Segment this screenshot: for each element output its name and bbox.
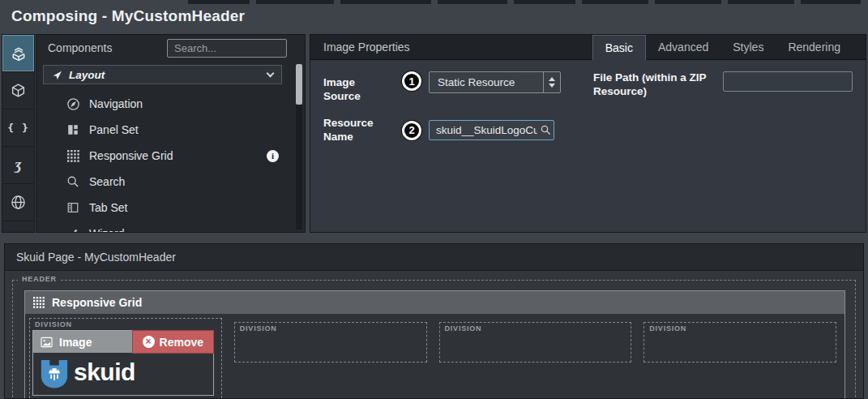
- rail-tab-components[interactable]: [2, 35, 34, 72]
- file-path-label: File Path (within a ZIP Resource): [593, 71, 716, 99]
- left-icon-rail: { } ʒ: [2, 34, 35, 233]
- compass-icon: [66, 97, 80, 111]
- component-item-wizard[interactable]: Wizard: [36, 221, 305, 233]
- toolbar-button-sliver: [582, 0, 648, 4]
- toolbar-top-strip: [0, 0, 868, 4]
- division-label: DIVISION: [445, 324, 482, 332]
- header-region-label: HEADER: [18, 275, 61, 283]
- skuid-logo-text: skuid: [74, 358, 135, 386]
- tab-advanced[interactable]: Advanced: [646, 35, 720, 60]
- layout-group-header[interactable]: Layout: [43, 65, 282, 84]
- responsive-grid-body: DIVISION Image ×: [25, 314, 844, 399]
- properties-tabs: Basic Advanced Styles Rendering: [592, 35, 853, 60]
- image-source-select[interactable]: Static Resource: [429, 71, 561, 93]
- css-icon: ʒ: [15, 157, 21, 174]
- division-1[interactable]: DIVISION Image ×: [29, 318, 222, 399]
- rail-tab-models[interactable]: [2, 72, 34, 109]
- grid-icon: [66, 150, 80, 162]
- component-item-search[interactable]: Search: [36, 169, 305, 195]
- image-source-label: Image Source: [323, 71, 395, 104]
- scrollbar-thumb[interactable]: [296, 64, 302, 105]
- toolbar-button-sliver: [728, 0, 794, 4]
- grid-icon: [33, 297, 45, 308]
- picture-icon: [41, 337, 53, 348]
- division-2[interactable]: DIVISION: [234, 322, 427, 363]
- rail-tab-javascript[interactable]: { }: [2, 109, 34, 147]
- toolbar-button-sliver: [438, 0, 507, 4]
- skuid-logo-icon: [39, 359, 70, 389]
- step-badge-1: 1: [402, 71, 421, 91]
- component-item-label: Wizard: [89, 227, 125, 233]
- select-stepper-icon[interactable]: [543, 72, 560, 92]
- toolbar-button-sliver: [514, 0, 575, 4]
- rocket-icon: [52, 70, 62, 80]
- component-item-label: Panel Set: [89, 123, 139, 136]
- toolbar-button-sliver: [256, 0, 334, 4]
- components-panel-title: Components: [48, 41, 112, 54]
- curly-braces-icon: { }: [7, 122, 28, 134]
- responsive-grid-header[interactable]: Responsive Grid: [25, 291, 844, 314]
- page-title: Composing - MyCustomHeader: [11, 7, 245, 25]
- file-path-input[interactable]: [723, 71, 853, 92]
- header-region[interactable]: HEADER Responsive Grid DI: [12, 280, 856, 399]
- components-list: Navigation Panel Set Responsive Grid i: [36, 84, 305, 233]
- toolbar-button-sliver: [801, 0, 861, 4]
- cube-icon: [11, 83, 26, 98]
- resource-name-label: Resource Name: [323, 117, 395, 144]
- component-box-icon: [11, 45, 27, 62]
- search-icon: [66, 175, 80, 188]
- division-3[interactable]: DIVISION: [439, 322, 632, 363]
- responsive-grid-component[interactable]: Responsive Grid DIVISION Image: [24, 290, 845, 399]
- component-item-tab-set[interactable]: Tab Set: [36, 195, 305, 221]
- division-label: DIVISION: [35, 320, 72, 328]
- remove-button-label: Remove: [160, 336, 203, 349]
- remove-button[interactable]: × Remove: [132, 330, 214, 354]
- circle-x-icon: ×: [143, 336, 155, 348]
- component-item-navigation[interactable]: Navigation: [36, 91, 305, 117]
- components-search-input[interactable]: [167, 39, 287, 58]
- image-component[interactable]: Image × Remove: [32, 330, 214, 396]
- chevron-down-icon: [267, 69, 275, 77]
- wizard-icon: [66, 227, 80, 233]
- rail-tab-css[interactable]: ʒ: [2, 147, 34, 184]
- division-4[interactable]: DIVISION: [644, 322, 836, 363]
- step-badge-2: 2: [402, 121, 421, 140]
- image-preview: skuid: [33, 353, 213, 395]
- skuid-page-panel: Skuid Page - MyCustomHeader HEADER Respo…: [4, 243, 864, 399]
- globe-icon: [11, 195, 26, 210]
- toolbar-button-sliver: [655, 0, 721, 4]
- toolbar-button-sliver: [340, 0, 431, 4]
- image-component-header[interactable]: Image: [33, 331, 132, 353]
- layout-group-label: Layout: [69, 69, 105, 81]
- image-properties-panel: Image Properties Basic Advanced Styles R…: [310, 34, 866, 233]
- components-scrollbar[interactable]: [296, 64, 302, 230]
- component-item-responsive-grid[interactable]: Responsive Grid i: [36, 143, 305, 169]
- tab-set-icon: [66, 201, 80, 214]
- component-item-label: Search: [89, 175, 125, 188]
- division-label: DIVISION: [649, 324, 686, 332]
- properties-panel-title: Image Properties: [323, 41, 410, 54]
- image-component-label: Image: [59, 336, 92, 349]
- toolbar-button-sliver: [188, 0, 250, 4]
- responsive-grid-label: Responsive Grid: [52, 296, 142, 309]
- component-item-label: Navigation: [89, 97, 143, 110]
- lookup-search-icon[interactable]: [541, 125, 551, 135]
- component-item-label: Tab Set: [89, 201, 127, 214]
- component-item-panel-set[interactable]: Panel Set: [36, 117, 305, 143]
- tab-rendering[interactable]: Rendering: [776, 35, 853, 60]
- panel-set-icon: [66, 123, 80, 136]
- division-label: DIVISION: [240, 324, 277, 332]
- component-item-label: Responsive Grid: [89, 149, 173, 162]
- page-canvas: HEADER Responsive Grid DI: [5, 271, 863, 398]
- info-icon[interactable]: i: [267, 150, 279, 162]
- tab-styles[interactable]: Styles: [720, 35, 776, 60]
- components-panel: Components Layout Navigation Panel Set: [36, 34, 306, 233]
- tab-basic[interactable]: Basic: [592, 35, 646, 60]
- image-source-selected-value: Static Resource: [430, 76, 543, 88]
- skuid-page-title: Skuid Page - MyCustomHeader: [5, 244, 863, 271]
- resource-name-input[interactable]: [429, 120, 554, 140]
- rail-tab-globe[interactable]: [2, 184, 34, 221]
